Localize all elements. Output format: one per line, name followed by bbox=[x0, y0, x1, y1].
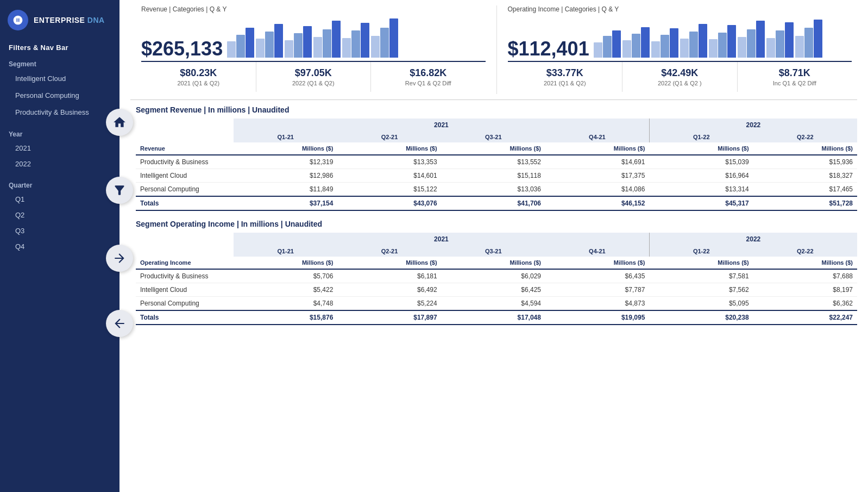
rev-totals-q1-22: $45,317 bbox=[649, 196, 753, 210]
segment-label: Segment bbox=[0, 57, 119, 70]
inc-q2-22: Q2-22 bbox=[753, 246, 857, 257]
inc-col-units-6: Millions ($) bbox=[753, 257, 857, 269]
sidebar-item-productivity-business[interactable]: Productivity & Business bbox=[0, 104, 119, 121]
rev-q1-22: Q1-22 bbox=[649, 132, 753, 142]
sidebar-item-q4[interactable]: Q4 bbox=[0, 239, 119, 254]
inc-col-units-2: Millions ($) bbox=[337, 257, 441, 269]
operating-income-chart-panel: Operating Income | Categories | Q & Y $1… bbox=[502, 5, 858, 94]
rev-col-units-3: Millions ($) bbox=[442, 142, 545, 155]
oi-bar-1b bbox=[603, 36, 612, 58]
inc-row2-q1-22: $7,562 bbox=[649, 283, 753, 297]
sidebar-item-personal-computing[interactable]: Personal Computing bbox=[0, 87, 119, 104]
oi-bar-3b bbox=[661, 35, 669, 58]
rev-row1-q2: $13,353 bbox=[337, 155, 441, 169]
income-table-section: Segment Operating Income | In millions |… bbox=[136, 220, 857, 325]
oi-kpi-2-value: $42.49K bbox=[630, 67, 729, 79]
oi-bar-8c bbox=[814, 20, 822, 58]
revenue-year-row: 2021 2022 bbox=[136, 119, 857, 132]
nav-back-button[interactable] bbox=[106, 310, 133, 337]
bar-4c bbox=[332, 21, 341, 58]
oi-bar-8b bbox=[804, 28, 813, 58]
brand-name: ENTERPRISE DNA bbox=[34, 16, 105, 24]
rev-row3-q2: $15,122 bbox=[337, 183, 441, 197]
sidebar-item-2021[interactable]: 2021 bbox=[0, 140, 119, 156]
inc-totals-q1-22: $20,238 bbox=[649, 310, 753, 325]
rev-row2-label: Intelligent Cloud bbox=[136, 169, 234, 183]
bar-2a bbox=[256, 39, 265, 58]
table-row: Intelligent Cloud $12,986 $14,601 $15,11… bbox=[136, 169, 857, 183]
inc-q-spacer bbox=[136, 246, 234, 257]
brand-text: ENTERPRISE DNA bbox=[34, 16, 105, 24]
bar-6a bbox=[371, 36, 380, 58]
oi-bar-1c bbox=[612, 30, 621, 58]
oi-bar-7c bbox=[785, 22, 794, 58]
oi-kpi-3-label: Inc Q1 & Q2 Diff bbox=[745, 80, 845, 86]
rev-row1-q3: $13,552 bbox=[442, 155, 545, 169]
oi-kpi-row: $33.77K 2021 (Q1 & Q2) $42.49K 2022 (Q1 … bbox=[508, 61, 852, 92]
inc-totals-q1: $15,876 bbox=[234, 310, 337, 325]
inc-q1-22: Q1-22 bbox=[649, 246, 753, 257]
rev-row1-q1-22: $15,039 bbox=[649, 155, 753, 169]
revenue-kpi-2: $97.05K 2022 (Q1 & Q2) bbox=[256, 62, 372, 92]
nav-home-button[interactable] bbox=[106, 109, 133, 136]
revenue-chart-panel: Revenue | Categories | Q & Y $265,133 bbox=[136, 5, 491, 94]
oi-kpi-2-label: 2022 (Q1 & Q2 ) bbox=[630, 80, 729, 86]
inc-q2-21: Q2-21 bbox=[337, 246, 441, 257]
oi-bar-7a bbox=[766, 38, 775, 58]
sidebar-item-q3[interactable]: Q3 bbox=[0, 223, 119, 239]
oi-chart-top: $112,401 bbox=[508, 15, 852, 59]
rev-row2-q4: $17,375 bbox=[545, 169, 649, 183]
rev-row1-q4: $14,691 bbox=[545, 155, 649, 169]
nav-filter-button[interactable] bbox=[106, 177, 133, 204]
inc-row1-q3: $6,029 bbox=[442, 269, 545, 283]
inc-year-2021: 2021 bbox=[234, 233, 649, 246]
table-row: Productivity & Business $5,706 $6,181 $6… bbox=[136, 269, 857, 283]
revenue-quarter-row: Q1-21 Q2-21 Q3-21 Q4-21 Q1-22 Q2-22 bbox=[136, 132, 857, 142]
oi-bar-group-2 bbox=[622, 27, 650, 58]
rev-row2-q3: $15,118 bbox=[442, 169, 545, 183]
sidebar-item-q1[interactable]: Q1 bbox=[0, 191, 119, 207]
nav-forward-button[interactable] bbox=[106, 245, 133, 272]
oi-bar-5c bbox=[727, 25, 736, 58]
inc-row3-q4: $4,873 bbox=[545, 297, 649, 311]
table-row: Productivity & Business $12,319 $13,353 … bbox=[136, 155, 857, 169]
oi-chart-title: Operating Income | Categories | Q & Y bbox=[508, 5, 852, 13]
logo-icon bbox=[8, 10, 28, 30]
inc-row3-q1: $4,748 bbox=[234, 297, 337, 311]
rev-th-spacer bbox=[136, 119, 234, 132]
rev-row3-label: Personal Computing bbox=[136, 183, 234, 197]
rev-col-units-1: Millions ($) bbox=[234, 142, 337, 155]
bar-4b bbox=[323, 29, 331, 58]
oi-bar-2c bbox=[641, 27, 650, 58]
revenue-kpi-1-label: 2021 (Q1 & Q2) bbox=[149, 80, 248, 86]
inc-row1-q2: $6,181 bbox=[337, 269, 441, 283]
rev-totals-q2-22: $51,728 bbox=[753, 196, 857, 210]
oi-bar-group-8 bbox=[795, 20, 822, 58]
rev-totals-q3: $41,706 bbox=[442, 196, 545, 210]
inc-row3-q3: $4,594 bbox=[442, 297, 545, 311]
year-section: Year 2021 2022 bbox=[0, 125, 119, 176]
revenue-kpi-3: $16.82K Rev Q1 & Q2 Diff bbox=[371, 62, 486, 92]
rev-q-spacer bbox=[136, 132, 234, 142]
inc-q1-21: Q1-21 bbox=[234, 246, 337, 257]
sidebar-item-intelligent-cloud[interactable]: Intelligent Cloud bbox=[0, 70, 119, 87]
sidebar: ENTERPRISE DNA Filters & Nav Bar Segment… bbox=[0, 0, 119, 492]
rev-q2-21: Q2-21 bbox=[337, 132, 441, 142]
oi-bar-6b bbox=[747, 29, 756, 58]
oi-kpi-2: $42.49K 2022 (Q1 & Q2 ) bbox=[622, 62, 738, 92]
rev-row1-q2-22: $15,936 bbox=[753, 155, 857, 169]
sidebar-item-q2[interactable]: Q2 bbox=[0, 207, 119, 223]
bar-group-5 bbox=[342, 23, 369, 58]
bar-group-4 bbox=[313, 21, 341, 58]
oi-bar-6a bbox=[738, 37, 746, 58]
inc-row2-q3: $6,425 bbox=[442, 283, 545, 297]
rev-row2-q1: $12,986 bbox=[234, 169, 337, 183]
inc-totals-label: Totals bbox=[136, 310, 234, 325]
revenue-table-title: Segment Revenue | In millions | Unaudite… bbox=[136, 105, 857, 114]
oi-bar-group-1 bbox=[594, 30, 621, 58]
inc-row1-q1: $5,706 bbox=[234, 269, 337, 283]
income-year-row: 2021 2022 bbox=[136, 233, 857, 246]
sidebar-item-2022[interactable]: 2022 bbox=[0, 156, 119, 172]
inc-row2-q4: $7,787 bbox=[545, 283, 649, 297]
segment-section: Segment Intelligent Cloud Personal Compu… bbox=[0, 55, 119, 125]
